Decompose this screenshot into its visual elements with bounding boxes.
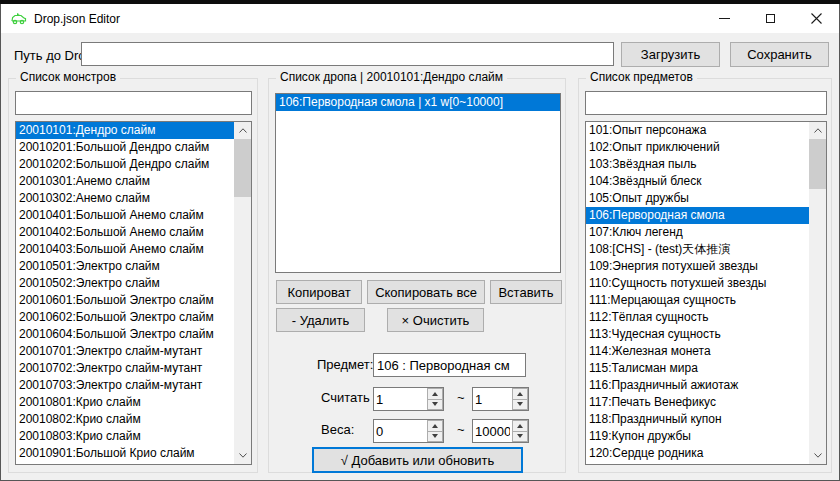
close-icon: [811, 13, 822, 24]
monster-list-item[interactable]: 20010602:Большой Электро слайм: [16, 309, 234, 326]
drop-list-item[interactable]: 106:Первородная смола | x1 w[0~10000]: [276, 94, 560, 111]
monsters-filter-input[interactable]: [15, 91, 252, 115]
title-bar[interactable]: Drop.json Editor: [1, 4, 839, 33]
delete-button[interactable]: - Удалить: [276, 308, 365, 332]
monster-list-item[interactable]: 20010101:Дендро слайм: [16, 122, 234, 139]
paste-button[interactable]: Вставить: [490, 280, 562, 304]
item-list-item[interactable]: 106:Первородная смола: [586, 207, 809, 224]
copy-button[interactable]: Копироват: [276, 280, 362, 304]
triangle-down-icon: [517, 402, 523, 406]
monster-list-item[interactable]: 20010301:Анемо слайм: [16, 173, 234, 190]
item-list-item[interactable]: 114:Железная монета: [586, 343, 809, 360]
spin-down-button[interactable]: [512, 432, 528, 443]
scrollbar-track[interactable]: [809, 139, 826, 447]
monster-list-item[interactable]: 20010401:Большой Анемо слайм: [16, 207, 234, 224]
minimize-button[interactable]: [701, 4, 747, 33]
spin-up-button[interactable]: [512, 420, 528, 432]
item-list-item[interactable]: 109:Энергия потухшей звезды: [586, 258, 809, 275]
item-list-item[interactable]: 108:[CHS] - (test)天体推演: [586, 241, 809, 258]
close-button[interactable]: [793, 4, 839, 33]
weight-min-input[interactable]: [374, 420, 427, 442]
drops-listbox[interactable]: 106:Первородная смола | x1 w[0~10000]: [275, 93, 561, 273]
item-list-item[interactable]: 117:Печать Венефикус: [586, 394, 809, 411]
items-filter-input[interactable]: [585, 91, 827, 115]
spin-down-button[interactable]: [512, 400, 528, 411]
triangle-up-icon: [517, 424, 523, 428]
monster-list-item[interactable]: 20010801:Крио слайм: [16, 394, 234, 411]
count-max-stepper[interactable]: [472, 387, 529, 411]
triangle-up-icon: [517, 392, 523, 396]
monster-list-item[interactable]: 20010502:Электро слайм: [16, 275, 234, 292]
monster-list-item[interactable]: 20010604:Большой Электро слайм: [16, 326, 234, 343]
item-list-item[interactable]: 105:Опыт дружбы: [586, 190, 809, 207]
scrollbar-thumb[interactable]: [234, 139, 251, 197]
monster-list-item[interactable]: 20010901:Большой Крио слайм: [16, 445, 234, 462]
copy-all-button[interactable]: Скопировать все: [367, 280, 485, 304]
spin-up-button[interactable]: [427, 388, 443, 400]
item-list-item[interactable]: 110:Сущность потухшей звезды: [586, 275, 809, 292]
item-list-item[interactable]: 111:Мерцающая сущность: [586, 292, 809, 309]
item-list-item[interactable]: 119:Купон дружбы: [586, 428, 809, 445]
item-list-item[interactable]: 104:Звёздный блеск: [586, 173, 809, 190]
scroll-up-button[interactable]: [234, 122, 251, 139]
monsters-scrollbar[interactable]: [234, 122, 251, 464]
monster-list-item[interactable]: 20010601:Большой Электро слайм: [16, 292, 234, 309]
scrollbar-thumb[interactable]: [809, 139, 826, 189]
maximize-button[interactable]: [747, 4, 793, 33]
item-field-input[interactable]: [373, 353, 526, 377]
weight-max-stepper[interactable]: [472, 419, 529, 443]
items-group: Список предметов 101:Опыт персонажа102:О…: [578, 78, 832, 473]
spin-down-button[interactable]: [427, 432, 443, 443]
item-list-item[interactable]: 102:Опыт приключений: [586, 139, 809, 156]
scrollbar-track[interactable]: [234, 139, 251, 447]
item-list-item[interactable]: 103:Звёздная пыль: [586, 156, 809, 173]
window-title: Drop.json Editor: [34, 12, 120, 26]
count-min-input[interactable]: [374, 388, 427, 410]
monster-list-item[interactable]: 20010703:Электро слайм-мутант: [16, 377, 234, 394]
monster-list-item[interactable]: 20010702:Электро слайм-мутант: [16, 360, 234, 377]
item-list-item[interactable]: 118:Праздничный купон: [586, 411, 809, 428]
triangle-up-icon: [432, 424, 438, 428]
scroll-up-button[interactable]: [809, 122, 826, 139]
triangle-down-icon: [517, 434, 523, 438]
monster-list-item[interactable]: 20010802:Крио слайм: [16, 411, 234, 428]
monster-list-item[interactable]: 20010302:Анемо слайм: [16, 190, 234, 207]
items-scrollbar[interactable]: [809, 122, 826, 464]
triangle-up-icon: [432, 392, 438, 396]
chevron-up-icon: [239, 128, 247, 133]
save-button[interactable]: Сохранить: [730, 42, 829, 67]
clear-button[interactable]: × Очистить: [387, 308, 484, 332]
item-list-item[interactable]: 120:Сердце родника: [586, 445, 809, 462]
count-min-stepper[interactable]: [373, 387, 444, 411]
scroll-down-button[interactable]: [809, 447, 826, 464]
item-list-item[interactable]: 112:Тёплая сущность: [586, 309, 809, 326]
weight-field-label: Веса:: [321, 422, 354, 437]
monster-list-item[interactable]: 20010803:Крио слайм: [16, 428, 234, 445]
app-icon: [10, 11, 27, 26]
monster-list-item[interactable]: 20010501:Электро слайм: [16, 258, 234, 275]
item-list-item[interactable]: 116:Праздничный ажиотаж: [586, 377, 809, 394]
monster-list-item[interactable]: 20010701:Электро слайм-мутант: [16, 343, 234, 360]
count-field-label: Считать: [321, 390, 370, 405]
count-max-input[interactable]: [473, 388, 512, 410]
spin-up-button[interactable]: [512, 388, 528, 400]
path-input[interactable]: [81, 42, 614, 66]
items-listbox[interactable]: 101:Опыт персонажа102:Опыт приключений10…: [585, 121, 827, 465]
item-list-item[interactable]: 107:Ключ легенд: [586, 224, 809, 241]
item-list-item[interactable]: 101:Опыт персонажа: [586, 122, 809, 139]
item-list-item[interactable]: 113:Чудесная сущность: [586, 326, 809, 343]
monster-list-item[interactable]: 20010202:Большой Дендро слайм: [16, 156, 234, 173]
monster-list-item[interactable]: 20010403:Большой Анемо слайм: [16, 241, 234, 258]
weight-min-stepper[interactable]: [373, 419, 444, 443]
add-or-update-button[interactable]: √ Добавить или обновить: [312, 447, 523, 473]
spin-down-button[interactable]: [427, 400, 443, 411]
monsters-listbox[interactable]: 20010101:Дендро слайм20010201:Большой Де…: [15, 121, 252, 465]
weight-max-input[interactable]: [473, 420, 512, 442]
item-list-item[interactable]: 115:Талисман мира: [586, 360, 809, 377]
monster-list-item[interactable]: 20010201:Большой Дендро слайм: [16, 139, 234, 156]
monster-list-item[interactable]: 20010402:Большой Анемо слайм: [16, 224, 234, 241]
monsters-group: Список монстров 20010101:Дендро слайм200…: [8, 78, 258, 473]
scroll-down-button[interactable]: [234, 447, 251, 464]
spin-up-button[interactable]: [427, 420, 443, 432]
load-button[interactable]: Загрузить: [621, 42, 720, 67]
